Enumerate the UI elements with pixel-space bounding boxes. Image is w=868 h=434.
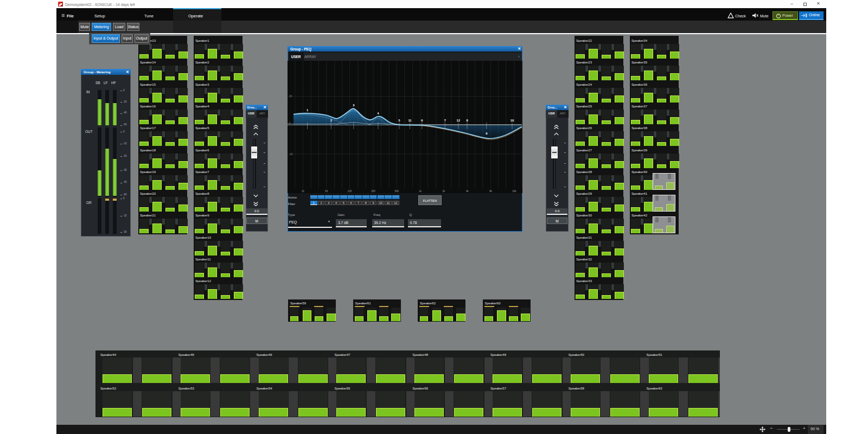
- svg-text:1k: 1k: [419, 190, 422, 193]
- svg-text:250: 250: [371, 190, 375, 193]
- svg-text:12: 12: [457, 119, 460, 122]
- svg-text:4k: 4k: [466, 190, 469, 193]
- svg-text:10: 10: [510, 119, 514, 122]
- svg-text:9: 9: [486, 132, 487, 135]
- svg-text:5: 5: [398, 119, 400, 122]
- svg-text:6: 6: [421, 119, 423, 122]
- svg-text:0: 0: [289, 122, 291, 125]
- svg-text:16k: 16k: [512, 190, 516, 193]
- svg-text:7: 7: [444, 119, 446, 122]
- svg-text:20: 20: [289, 95, 292, 98]
- svg-text:500: 500: [395, 190, 399, 193]
- svg-text:11: 11: [408, 119, 412, 122]
- svg-text:125: 125: [348, 190, 352, 193]
- svg-text:1: 1: [307, 108, 309, 112]
- svg-text:63: 63: [325, 190, 328, 193]
- svg-text:-20: -20: [289, 153, 293, 156]
- svg-text:31: 31: [302, 190, 304, 193]
- svg-text:2k: 2k: [443, 190, 445, 193]
- svg-text:4: 4: [377, 112, 379, 116]
- svg-text:2: 2: [330, 119, 332, 122]
- svg-text:8: 8: [466, 119, 468, 122]
- svg-text:8k: 8k: [489, 190, 492, 193]
- svg-text:3: 3: [353, 104, 354, 107]
